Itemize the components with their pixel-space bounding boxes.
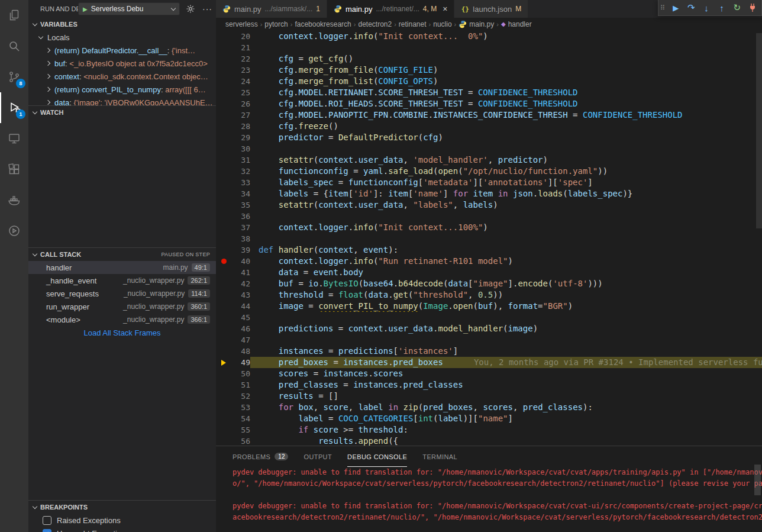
glyph-margin[interactable]	[216, 211, 231, 222]
activity-run-and-debug[interactable]: 1	[0, 92, 28, 123]
load-all-stack-frames-link[interactable]: Load All Stack Frames	[28, 326, 216, 339]
code-line[interactable]: 22 cfg = get_cfg()	[216, 53, 762, 65]
activity-search[interactable]	[0, 31, 28, 62]
code-line[interactable]: 26 cfg.MODEL.ROI_HEADS.SCORE_THRESH_TEST…	[216, 98, 762, 109]
glyph-margin[interactable]	[216, 76, 231, 87]
glyph-margin[interactable]	[216, 312, 231, 323]
glyph-margin[interactable]	[216, 278, 231, 289]
checkbox[interactable]	[43, 516, 51, 525]
stack-frame[interactable]: _handle_event_nuclio_wrapper.py262:1	[28, 274, 216, 287]
code-line[interactable]: 46 predictions = context.user_data.model…	[216, 323, 762, 334]
stack-frame[interactable]: <module>_nuclio_wrapper.py366:1	[28, 313, 216, 326]
code-line[interactable]: 53 for box, score, label in zip(pred_box…	[216, 402, 762, 413]
glyph-margin[interactable]	[216, 379, 231, 391]
glyph-margin[interactable]	[216, 65, 231, 76]
breadcrumb-item-serverless[interactable]: serverless	[225, 20, 258, 28]
breakpoints-header[interactable]: BREAKPOINTS	[28, 501, 216, 514]
glyph-margin[interactable]	[216, 323, 231, 334]
activity-docker[interactable]	[0, 185, 28, 215]
variable-row[interactable]: data: {'image': 'iVBORw0KGgoAAAANSUhE…	[28, 96, 216, 105]
code-line[interactable]: 44 image = convert_PIL_to_numpy(Image.op…	[216, 301, 762, 312]
code-line[interactable]: 45	[216, 312, 762, 323]
panel-tab-debug-console[interactable]: DEBUG CONSOLE	[347, 446, 407, 467]
code-line[interactable]: 23 cfg.merge_from_file(CONFIG_FILE)	[216, 65, 762, 76]
variable-row[interactable]: (return) DefaultPredictor.__call__: {'in…	[28, 44, 216, 57]
scope-locals[interactable]: Locals	[28, 31, 216, 44]
code-line[interactable]: 21	[216, 42, 762, 53]
code-line[interactable]: 33 labels_spec = functionconfig['metadat…	[216, 177, 762, 188]
variable-row[interactable]: context: <nuclio_sdk.context.Context obj…	[28, 70, 216, 83]
code-line[interactable]: 39def handler(context, event):	[216, 244, 762, 256]
code-line[interactable]: 38	[216, 233, 762, 244]
code-line[interactable]: 28 cfg.freeze()	[216, 121, 762, 132]
activity-explorer[interactable]	[0, 0, 28, 31]
disconnect-button[interactable]	[745, 1, 760, 15]
more-actions-icon[interactable]: ···	[202, 6, 212, 12]
glyph-margin[interactable]	[216, 222, 231, 233]
activity-extensions[interactable]	[0, 154, 28, 185]
glyph-margin[interactable]	[216, 31, 231, 42]
glyph-margin[interactable]	[216, 267, 231, 278]
glyph-margin[interactable]	[216, 334, 231, 346]
stack-frame[interactable]: handlermain.py49:1	[28, 261, 216, 274]
breadcrumb-item-detectron2[interactable]: detectron2	[358, 20, 392, 28]
glyph-margin[interactable]	[216, 132, 231, 143]
glyph-margin[interactable]	[216, 368, 231, 379]
continue-button[interactable]: ▶	[669, 1, 683, 15]
glyph-margin[interactable]	[216, 424, 231, 436]
panel-tab-output[interactable]: OUTPUT	[303, 446, 332, 467]
glyph-margin[interactable]	[216, 391, 231, 402]
breadcrumb-item-nuclio[interactable]: nuclio	[433, 20, 451, 28]
glyph-margin[interactable]	[216, 233, 231, 244]
code-line[interactable]: 27 cfg.MODEL.PANOPTIC_FPN.COMBINE.INSTAN…	[216, 109, 762, 121]
code-line[interactable]: 30	[216, 143, 762, 154]
stack-frame[interactable]: serve_requests_nuclio_wrapper.py114:1	[28, 287, 216, 300]
code-line[interactable]: 24 cfg.merge_from_list(CONFIG_OPTS)	[216, 76, 762, 87]
glyph-margin[interactable]	[216, 413, 231, 424]
glyph-margin[interactable]	[216, 42, 231, 53]
glyph-margin[interactable]	[216, 53, 231, 65]
breadcrumb-item-retinanet[interactable]: retinanet	[399, 20, 427, 28]
breadcrumb-item-facebookresearch[interactable]: facebookresearch	[295, 20, 351, 28]
code-line[interactable]: 50 scores = instances.scores	[216, 368, 762, 379]
step-into-button[interactable]: ↓	[699, 1, 714, 15]
glyph-margin[interactable]	[216, 143, 231, 154]
code-line[interactable]: 32 functionconfig = yaml.safe_load(open(…	[216, 166, 762, 177]
glyph-margin[interactable]	[216, 346, 231, 357]
code-line[interactable]: 40 context.logger.info("Run retinanet-R1…	[216, 256, 762, 267]
code-line[interactable]: 31 setattr(context.user_data, 'model_han…	[216, 154, 762, 166]
code-line[interactable]: 42 buf = io.BytesIO(base64.b64decode(dat…	[216, 278, 762, 289]
code-line[interactable]: 47	[216, 334, 762, 346]
code-line[interactable]: 56 results.append({	[216, 436, 762, 446]
call-stack-header[interactable]: CALL STACK PAUSED ON STEP	[28, 248, 216, 261]
breakpoint-glyph[interactable]	[216, 256, 231, 267]
editor-scrollbar[interactable]	[756, 33, 762, 228]
restart-button[interactable]: ↻	[729, 1, 744, 15]
drag-handle-icon[interactable]: ⠿	[660, 4, 668, 12]
code-line[interactable]: 49 pred_boxes = instances.pred_boxesYou,…	[216, 357, 762, 368]
code-line[interactable]: 43 threshold = float(data.get("threshold…	[216, 289, 762, 301]
code-line[interactable]: 34 labels = {item['id']: item['name'] fo…	[216, 188, 762, 199]
current-line-arrow[interactable]	[216, 357, 231, 368]
variable-row[interactable]: (return) convert_PIL_to_numpy: array([[[…	[28, 83, 216, 96]
panel-scrollbar[interactable]	[754, 465, 761, 495]
breadcrumb-item-main.py[interactable]: main.py	[459, 20, 494, 28]
activity-test-explorer[interactable]	[0, 215, 28, 246]
code-line[interactable]: 55 if score >= threshold:	[216, 424, 762, 436]
code-line[interactable]: 52 results = []	[216, 391, 762, 402]
code-line[interactable]: 51 pred_classes = instances.pred_classes	[216, 379, 762, 391]
code-line[interactable]: 20 context.logger.info("Init context... …	[216, 31, 762, 42]
activity-source-control[interactable]: 8	[0, 62, 28, 92]
breadcrumb-item-handler[interactable]: ◆handler	[501, 20, 532, 28]
glyph-margin[interactable]	[216, 121, 231, 132]
debug-config-picker[interactable]: ▶ Serverless Debu	[78, 2, 180, 15]
variable-row[interactable]: buf: <_io.BytesIO object at 0x7f5a2dc1ec…	[28, 57, 216, 70]
code-line[interactable]: 54 label = COCO_CATEGORIES[int(label)]["…	[216, 413, 762, 424]
code-line[interactable]: 29 predictor = DefaultPredictor(cfg)	[216, 132, 762, 143]
panel-tab-terminal[interactable]: TERMINAL	[422, 446, 457, 467]
stack-frame[interactable]: run_wrapper_nuclio_wrapper.py360:1	[28, 300, 216, 313]
code-editor[interactable]: 20 context.logger.info("Init context... …	[216, 31, 762, 446]
code-line[interactable]: 25 cfg.MODEL.RETINANET.SCORE_THRESH_TEST…	[216, 87, 762, 98]
tab-launch.json[interactable]: {}launch.jsonM	[454, 0, 528, 18]
glyph-margin[interactable]	[216, 98, 231, 109]
